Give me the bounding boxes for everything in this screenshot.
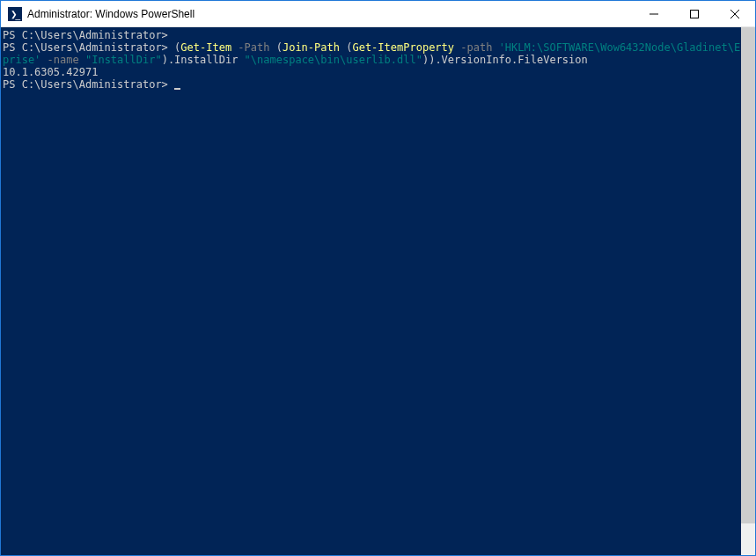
param-name: -name bbox=[48, 54, 79, 66]
member-version: .VersionInfo.FileVersion bbox=[435, 54, 587, 66]
member-installdir: .InstallDir bbox=[168, 54, 238, 66]
window-title: Administrator: Windows PowerShell bbox=[27, 8, 634, 20]
cmdlet-join-path: Join-Path bbox=[283, 41, 340, 54]
cmdlet-get-itemproperty: Get-ItemProperty bbox=[352, 41, 454, 54]
powershell-icon bbox=[8, 7, 22, 21]
svg-rect-1 bbox=[691, 10, 699, 18]
close-button[interactable] bbox=[715, 1, 755, 26]
string-regpath2: prise' bbox=[3, 54, 40, 66]
titlebar: Administrator: Windows PowerShell bbox=[1, 1, 755, 27]
string-installdir: "InstallDir" bbox=[85, 54, 162, 66]
string-dllpath: "\namespace\bin\userlib.dll" bbox=[245, 54, 422, 66]
maximize-button[interactable] bbox=[674, 1, 715, 26]
param-path2: -path bbox=[460, 41, 492, 54]
paren-close: ) bbox=[162, 54, 168, 66]
window-controls bbox=[634, 1, 755, 26]
prompt: PS C:\Users\Administrator> bbox=[3, 41, 168, 54]
string-regpath: 'HKLM:\SOFTWARE\Wow6432Node\Gladinet\Ent… bbox=[499, 41, 741, 54]
param-path: -Path bbox=[238, 41, 269, 54]
cursor bbox=[174, 88, 180, 90]
minimize-button[interactable] bbox=[634, 1, 674, 26]
terminal-area: PS C:\Users\Administrator> PS C:\Users\A… bbox=[1, 27, 755, 555]
prompt: PS C:\Users\Administrator> bbox=[3, 29, 168, 41]
scrollbar-thumb[interactable] bbox=[741, 27, 755, 523]
prompt: PS C:\Users\Administrator> bbox=[3, 78, 168, 91]
command-output: 10.1.6305.42971 bbox=[3, 66, 98, 78]
scrollbar[interactable] bbox=[741, 27, 755, 555]
terminal[interactable]: PS C:\Users\Administrator> PS C:\Users\A… bbox=[1, 27, 741, 555]
cmdlet-get-item: Get-Item bbox=[180, 41, 231, 54]
paren: ( bbox=[276, 41, 283, 54]
